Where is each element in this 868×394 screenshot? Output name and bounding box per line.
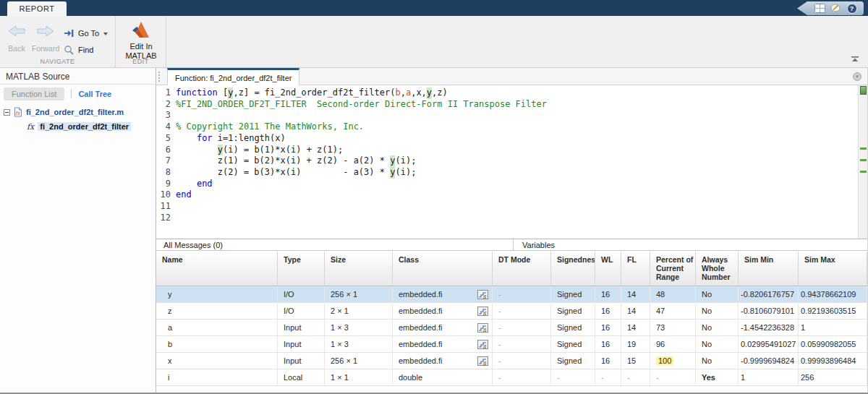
find-button[interactable]: Find xyxy=(64,43,108,57)
column-header[interactable]: Percent of Current Range xyxy=(650,252,696,286)
table-row-y[interactable]: yI/O256 × 1embedded.fifi-Signed161448No-… xyxy=(156,286,868,303)
cell-size: 256 × 1 xyxy=(325,353,393,369)
column-header[interactable]: Type xyxy=(278,252,325,286)
column-header[interactable]: Always Whole Number xyxy=(696,252,739,286)
tab-call-tree[interactable]: Call Tree xyxy=(78,90,111,98)
bottom-panel: All Messages (0) Variables NameTypeSizeC… xyxy=(156,239,868,394)
cell-class: embedded.fifi xyxy=(393,303,493,319)
cell-sim-min: 0.02995491027 xyxy=(739,336,799,352)
function-tree: fx fi_2nd_order_df2t_filter.m fx fi_2nd_… xyxy=(0,103,156,134)
annotation-status-icon[interactable] xyxy=(860,86,867,95)
code-line: 2%FI_2ND_ORDER_DF2T_FILTER Second-order … xyxy=(156,99,858,111)
annotation-mark[interactable] xyxy=(860,147,867,150)
line-number: 2 xyxy=(156,99,176,111)
fx-icon: fx xyxy=(27,122,34,132)
cell-sim-min: -0.9999694824 xyxy=(739,353,799,369)
quick-access-toolbar: ? xyxy=(797,1,864,15)
table-row-b[interactable]: bInput1 × 3embedded.fifi-Signed161996No0… xyxy=(156,336,868,353)
line-number: 12 xyxy=(156,213,176,224)
help-icon[interactable]: ? xyxy=(846,3,857,14)
tab-function-list[interactable]: Function List xyxy=(4,87,64,100)
edit-in-matlab-button[interactable]: Edit In MATLAB xyxy=(116,22,166,60)
fi-type-icon[interactable]: fi xyxy=(477,340,488,349)
table-row-i[interactable]: iLocal1 × 1double-----Yes1256 xyxy=(156,369,868,386)
navigate-section-label: NAVIGATE xyxy=(0,58,115,65)
cell-always-whole: No xyxy=(696,320,739,335)
mfile-icon: fx xyxy=(13,107,23,117)
cell-class: embedded.fifi xyxy=(393,286,493,302)
table-row-a[interactable]: aInput1 × 3embedded.fifi-Signed161473No-… xyxy=(156,320,868,336)
back-button[interactable]: Back xyxy=(1,25,32,53)
fi-type-icon[interactable]: fi xyxy=(477,356,488,366)
code-panel: Function: fi_2nd_order_df2t_filter ▼ 1fu… xyxy=(156,68,868,239)
fi-type-icon[interactable]: fi xyxy=(477,323,488,333)
line-number: 10 xyxy=(156,189,176,201)
cell-name: a xyxy=(156,320,278,335)
code-line: 10end xyxy=(156,189,858,201)
cell-fl: - xyxy=(621,369,650,385)
line-number: 4 xyxy=(156,121,176,133)
cell-always-whole: No xyxy=(696,286,739,302)
line-number: 5 xyxy=(156,133,176,145)
cell-type: Input xyxy=(278,353,325,369)
cell-wl: - xyxy=(595,369,621,385)
column-header[interactable]: Class xyxy=(393,252,493,286)
collapse-toolstrip-icon[interactable] xyxy=(851,52,859,65)
forward-button[interactable]: Forward xyxy=(30,25,61,53)
goto-dropdown-caret xyxy=(103,33,108,35)
column-header[interactable]: Sim Min xyxy=(739,252,799,286)
cell-dt-mode: - xyxy=(493,353,551,369)
column-header[interactable]: DT Mode xyxy=(493,252,551,286)
cell-dt-mode: - xyxy=(493,369,551,385)
column-header[interactable]: Signedness xyxy=(551,252,595,286)
cell-fl: 14 xyxy=(621,320,650,335)
svg-text:fi: fi xyxy=(483,327,487,333)
line-number: 11 xyxy=(156,201,176,213)
tab-all-messages[interactable]: All Messages (0) xyxy=(156,239,514,250)
cell-dt-mode: - xyxy=(493,336,551,352)
code-editor[interactable]: 1function [y,z] = fi_2nd_order_df2t_filt… xyxy=(156,85,858,239)
tab-variables[interactable]: Variables xyxy=(514,239,868,250)
table-row-z[interactable]: zI/O2 × 1embedded.fifi-Signed161447No-0.… xyxy=(156,303,868,320)
cell-wl: 16 xyxy=(595,336,621,352)
line-number: 6 xyxy=(156,145,176,156)
editor-tab-function[interactable]: Function: fi_2nd_order_df2t_filter xyxy=(167,68,299,85)
cell-sim-max: 1 xyxy=(799,320,867,335)
pane-menu-icon[interactable]: ▼ xyxy=(853,72,861,81)
cell-size: 1 × 3 xyxy=(325,336,393,352)
cell-size: 2 × 1 xyxy=(325,303,393,319)
annotation-mark[interactable] xyxy=(860,171,867,173)
find-label: Find xyxy=(78,46,93,54)
svg-text:fi: fi xyxy=(483,310,487,316)
column-header[interactable]: Sim Max xyxy=(799,252,867,286)
tab-report[interactable]: REPORT xyxy=(7,1,67,16)
sidebar-title: MATLAB Source xyxy=(0,68,156,85)
titlebar: REPORT ? xyxy=(0,0,868,16)
cell-fl: 19 xyxy=(621,336,650,352)
column-header[interactable]: WL xyxy=(595,252,621,286)
annotation-mark[interactable] xyxy=(860,159,867,161)
drag-handle-icon[interactable] xyxy=(158,72,161,82)
column-header[interactable]: Name xyxy=(156,252,278,286)
feedback-icon[interactable] xyxy=(830,3,841,14)
cell-class: double xyxy=(393,369,493,385)
column-header[interactable]: FL xyxy=(621,252,650,286)
tree-item-function[interactable]: fx fi_2nd_order_df2t_filter xyxy=(0,119,156,134)
table-row-x[interactable]: xInput256 × 1embedded.fifi-Signed1615100… xyxy=(156,353,868,369)
fi-type-icon[interactable]: fi xyxy=(477,290,488,299)
cell-dt-mode: - xyxy=(493,286,551,302)
back-arrow-icon xyxy=(7,25,27,38)
fi-type-icon[interactable]: fi xyxy=(477,307,488,316)
goto-button[interactable]: Go To xyxy=(64,26,108,40)
cell-name: y xyxy=(156,286,278,302)
line-number: 9 xyxy=(156,179,176,190)
code-line: 4% Copyright 2011 The MathWorks, Inc. xyxy=(156,121,858,133)
tree-item-file[interactable]: fx fi_2nd_order_df2t_filter.m xyxy=(0,105,156,119)
cell-type: Input xyxy=(278,336,325,352)
tree-collapse-icon[interactable] xyxy=(4,109,10,116)
code-line: 3 xyxy=(156,110,858,121)
cell-signedness: - xyxy=(551,369,595,385)
bottom-tabbar: All Messages (0) Variables xyxy=(156,239,868,251)
layout-grid-icon[interactable] xyxy=(814,3,825,14)
column-header[interactable]: Size xyxy=(325,252,393,286)
